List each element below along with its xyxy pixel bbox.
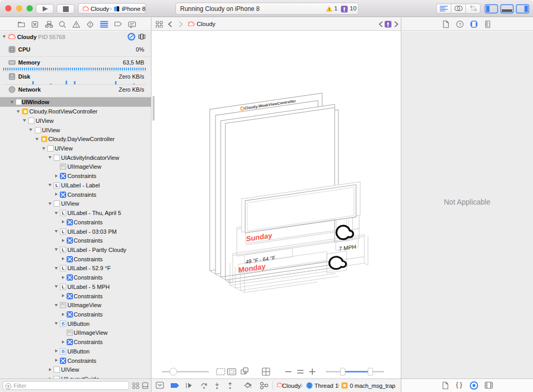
svg-text:0 mach_msg_trap: 0 mach_msg_trap xyxy=(350,383,395,389)
svg-text:?: ? xyxy=(459,22,461,27)
svg-text:7 MPH: 7 MPH xyxy=(339,243,356,252)
svg-text:Thread 1: Thread 1 xyxy=(314,383,338,389)
svg-text:Cloudy: Cloudy xyxy=(282,383,301,389)
